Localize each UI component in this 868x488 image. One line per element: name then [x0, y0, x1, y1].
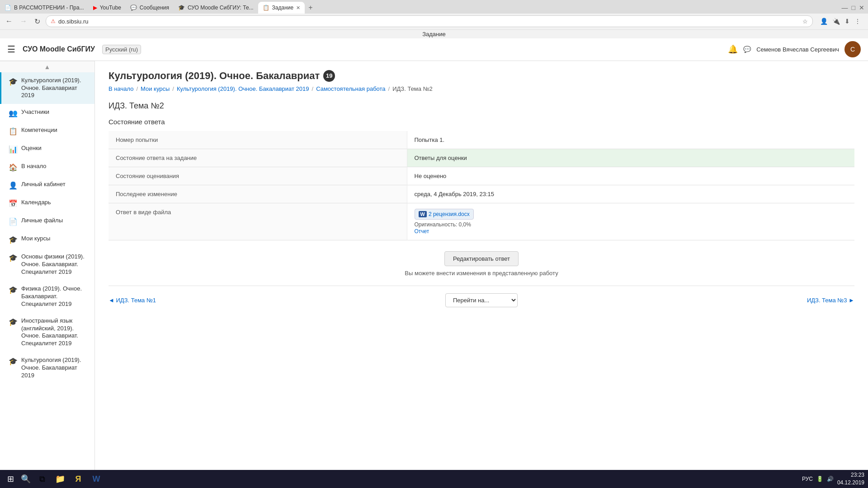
tab-1-icon: 📄: [5, 5, 11, 11]
tab-2-label: YouTube: [100, 5, 121, 11]
extensions-icon[interactable]: 🔌: [832, 18, 840, 25]
tab-3-label: Сообщения: [140, 5, 169, 11]
tab-3[interactable]: 💬 Сообщения: [126, 2, 174, 14]
breadcrumb-current: ИДЗ. Тема №2: [392, 85, 433, 92]
sidebar-item-english[interactable]: 🎓 Иностранный язык (английский, 2019). О…: [0, 313, 94, 352]
physics-basic-icon: 🎓: [9, 253, 18, 262]
breadcrumb-sep-3: /: [312, 85, 314, 92]
sidebar-item-files[interactable]: 📄 Личные файлы: [0, 212, 94, 230]
assignment-title: ИДЗ. Тема №2: [108, 101, 854, 111]
answer-table: Номер попытки Попытка 1. Состояние ответ…: [108, 131, 854, 240]
bottom-navigation: ◄ ИДЗ. Тема №1 Перейти на... ИДЗ. Тема №…: [108, 286, 854, 314]
app-container: ☰ СУО Moodle СибГИУ Русский (ru) 🔔 💬 Сем…: [0, 38, 868, 470]
edit-answer-button[interactable]: Редактировать ответ: [444, 251, 519, 266]
tab-4-label: СУО Moodle СибГИУ: Те...: [188, 5, 254, 11]
tab-2-icon: ▶: [93, 5, 97, 11]
main-content: Культурология (2019). Очное. Бакалавриат…: [95, 61, 868, 470]
file-attachment[interactable]: W 2 рецензия.docx: [415, 209, 474, 220]
course-icon: 🎓: [9, 77, 18, 86]
my-courses-icon: 🎓: [9, 235, 18, 244]
sidebar-item-calendar[interactable]: 📅 Календарь: [0, 194, 94, 212]
browser-window-controls: — □ ✕: [842, 2, 868, 14]
notification-badge: 19: [323, 70, 335, 82]
forward-button[interactable]: →: [18, 16, 29, 26]
sidebar-competencies-label: Компетенции: [21, 127, 87, 134]
navigate-to-select[interactable]: Перейти на...: [445, 293, 518, 307]
security-warning-icon: ⚠: [51, 18, 56, 24]
address-bar-row: ← → ↻ ⚠ do.sibsiu.ru ☆ 👤 🔌 ⬇ ⋮: [0, 14, 868, 29]
address-text: do.sibsiu.ru: [58, 18, 800, 25]
breadcrumb-sep-4: /: [388, 85, 390, 92]
hamburger-menu[interactable]: ☰: [7, 44, 15, 55]
table-cell-grade-state-value: Не оценено: [407, 167, 854, 185]
sidebar-item-home[interactable]: 🏠 В начало: [0, 158, 94, 176]
tab-2[interactable]: ▶ YouTube: [89, 2, 126, 14]
table-cell-answer-state-value: Ответы для оценки: [407, 149, 854, 167]
back-button[interactable]: ←: [4, 16, 14, 26]
files-icon: 📄: [9, 217, 18, 226]
sidebar-files-label: Личные файлы: [21, 217, 87, 225]
reload-button[interactable]: ↻: [33, 16, 42, 27]
sidebar-item-profile[interactable]: 👤 Личный кабинет: [0, 176, 94, 194]
sidebar-item-physics-basic[interactable]: 🎓 Основы физики (2019). Очное. Бакалаври…: [0, 249, 94, 281]
tab-1[interactable]: 📄 В РАССМОТРЕНИИ - Пра...: [0, 2, 89, 14]
close-button[interactable]: ✕: [859, 4, 864, 11]
edit-note: Вы можете внести изменения в представлен…: [108, 270, 854, 277]
sidebar-item-course-main[interactable]: 🎓 Культурология (2019). Очное. Бакалаври…: [0, 72, 94, 104]
page-heading: Культурология (2019). Очное. Бакалавриат…: [108, 70, 854, 82]
user-avatar[interactable]: С: [844, 41, 861, 57]
site-title: СУО Moodle СибГИУ: [23, 45, 95, 53]
profile-sidebar-icon: 👤: [9, 181, 18, 190]
table-cell-modified-value: среда, 4 Декабрь 2019, 23:15: [407, 185, 854, 203]
originality-value: 0,0%: [459, 221, 471, 228]
bookmark-icon[interactable]: ☆: [802, 18, 808, 25]
new-tab-button[interactable]: +: [305, 2, 316, 14]
sidebar-item-participants[interactable]: 👥 Участники: [0, 104, 94, 122]
report-link[interactable]: Отчет: [415, 228, 429, 235]
address-box[interactable]: ⚠ do.sibsiu.ru ☆: [46, 15, 813, 27]
page-title-bar: Задание: [0, 29, 868, 38]
breadcrumb-my-courses[interactable]: Мои курсы: [141, 85, 170, 92]
breadcrumb-self-work[interactable]: Самостоятельная работа: [316, 85, 385, 92]
tab-5[interactable]: 📋 Задание ✕: [258, 2, 305, 14]
word-icon: W: [419, 211, 427, 217]
tab-5-label: Задание: [272, 5, 294, 11]
sidebar-item-culture[interactable]: 🎓 Культурология (2019). Очное. Бакалаври…: [0, 352, 94, 384]
participants-icon: 👥: [9, 109, 18, 117]
sidebar-grades-label: Оценки: [21, 145, 87, 152]
address-right-icons: ☆: [802, 18, 808, 25]
language-selector[interactable]: Русский (ru): [102, 45, 141, 54]
table-row-attempt: Номер попытки Попытка 1.: [108, 131, 854, 149]
profile-icon[interactable]: 👤: [820, 18, 828, 25]
minimize-button[interactable]: —: [842, 4, 848, 11]
file-name: 2 рецензия.docx: [429, 211, 470, 217]
action-section: Редактировать ответ Вы можете внести изм…: [108, 251, 854, 277]
tab-3-icon: 💬: [130, 5, 137, 11]
tab-5-close[interactable]: ✕: [296, 5, 300, 11]
maximize-button[interactable]: □: [852, 4, 855, 11]
breadcrumb-course[interactable]: Культурология (2019). Очное. Бакалавриат…: [177, 85, 309, 92]
sidebar-item-grades[interactable]: 📊 Оценки: [0, 140, 94, 158]
chat-icon[interactable]: 💬: [743, 46, 751, 53]
prev-assignment-link[interactable]: ◄ ИДЗ. Тема №1: [108, 297, 156, 304]
sidebar-item-my-courses[interactable]: 🎓 Мои курсы: [0, 230, 94, 249]
table-cell-attempt-label: Номер попытки: [108, 131, 407, 149]
sidebar-course-label: Культурология (2019). Очное. Бакалавриат…: [21, 77, 87, 100]
sidebar-english-label: Иностранный язык (английский, 2019). Очн…: [21, 317, 87, 348]
sidebar-participants-label: Участники: [21, 108, 87, 116]
sidebar-item-physics[interactable]: 🎓 Физика (2019). Очное. Бакалавриат. Спе…: [0, 281, 94, 313]
tab-4[interactable]: 🎓 СУО Moodle СибГИУ: Те...: [174, 2, 258, 14]
tab-bar: 📄 В РАССМОТРЕНИИ - Пра... ▶ YouTube 💬 Со…: [0, 0, 868, 14]
sidebar-item-competencies[interactable]: 📋 Компетенции: [0, 122, 94, 140]
breadcrumb-home[interactable]: В начало: [108, 85, 133, 92]
table-row-answer-state: Состояние ответа на задание Ответы для о…: [108, 149, 854, 167]
top-nav: ☰ СУО Moodle СибГИУ Русский (ru) 🔔 💬 Сем…: [0, 38, 868, 61]
bell-icon[interactable]: 🔔: [728, 44, 738, 54]
menu-button[interactable]: ⋮: [854, 18, 861, 25]
next-assignment-link[interactable]: ИДЗ. Тема №3 ►: [807, 297, 854, 304]
page-title: Задание: [422, 31, 446, 38]
sidebar-scroll-up[interactable]: ▲: [0, 61, 94, 72]
sidebar-calendar-label: Календарь: [21, 199, 87, 206]
downloads-icon[interactable]: ⬇: [844, 18, 850, 25]
grades-icon: 📊: [9, 145, 18, 154]
